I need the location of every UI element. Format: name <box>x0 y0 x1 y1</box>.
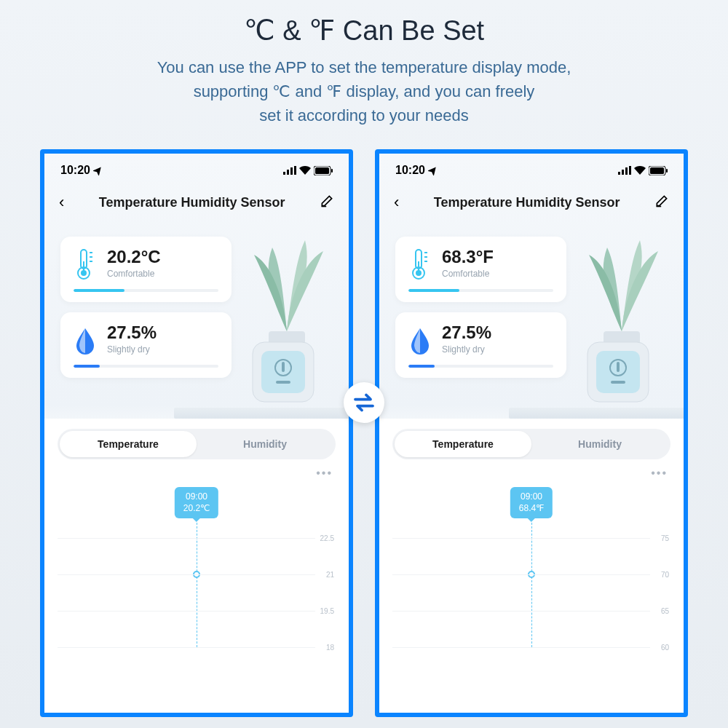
page-subtitle: You can use the APP to set the temperatu… <box>44 55 684 127</box>
phone-screenshot-fahrenheit: 10:20 ‹ Temperature Humidity Sensor <box>375 149 688 717</box>
svg-rect-17 <box>83 261 84 272</box>
temperature-bar <box>74 289 124 292</box>
chart-gridline <box>58 647 315 648</box>
battery-icon <box>649 166 668 175</box>
temperature-chart[interactable]: 09:00 68.4℉ 75 70 65 60 <box>392 487 670 647</box>
status-time: 10:20 <box>60 164 90 177</box>
chart-y-tick: 70 <box>661 571 669 579</box>
humidity-card[interactable]: 27.5% Slightly dry <box>395 312 566 378</box>
chart-gridline <box>58 611 315 612</box>
chart-y-tick: 22.5 <box>320 534 334 542</box>
more-menu[interactable]: ••• <box>392 459 670 484</box>
chart-y-tick: 65 <box>661 607 669 615</box>
device-illustration <box>247 339 320 408</box>
humidity-status: Slightly dry <box>442 344 553 355</box>
chart-gridline <box>58 574 315 575</box>
signal-icon <box>283 166 296 175</box>
temperature-card[interactable]: 68.3°F Comfortable <box>395 237 566 302</box>
status-bar: 10:20 <box>44 154 349 183</box>
temperature-value: 68.3°F <box>442 247 553 267</box>
tooltip-value: 68.4℉ <box>519 503 544 515</box>
humidity-bar <box>74 365 100 368</box>
tooltip-time: 09:00 <box>183 491 210 503</box>
svg-rect-26 <box>650 167 664 174</box>
temperature-value: 20.2°C <box>107 247 218 267</box>
svg-rect-24 <box>629 166 631 175</box>
svg-rect-0 <box>283 172 285 175</box>
tab-humidity[interactable]: Humidity <box>531 431 668 457</box>
temperature-bar <box>408 289 459 292</box>
svg-rect-38 <box>418 261 419 272</box>
humidity-value: 27.5% <box>442 323 553 343</box>
chart-tooltip: 09:00 20.2℃ <box>175 487 218 518</box>
chart-gridline <box>392 611 650 612</box>
chart-y-tick: 19.5 <box>320 607 334 615</box>
tab-humidity[interactable]: Humidity <box>197 431 333 457</box>
page-title: ℃ & ℉ Can Be Set <box>44 15 684 47</box>
status-indicators <box>618 166 668 175</box>
signal-icon <box>618 166 631 175</box>
svg-rect-22 <box>622 170 624 175</box>
svg-rect-12 <box>282 362 285 372</box>
shelf-illustration <box>509 408 684 419</box>
svg-rect-27 <box>666 169 668 173</box>
humidity-card[interactable]: 27.5% Slightly dry <box>60 312 232 378</box>
temperature-status: Comfortable <box>442 269 553 279</box>
humidity-bar <box>408 365 435 368</box>
chart-gridline <box>392 538 650 539</box>
tab-temperature[interactable]: Temperature <box>60 431 197 457</box>
swap-icon <box>344 382 384 423</box>
svg-rect-6 <box>331 169 333 173</box>
battery-icon <box>314 166 333 175</box>
chart-y-tick: 21 <box>326 571 334 579</box>
temperature-chart[interactable]: 09:00 20.2℃ 22.5 21 19.5 18 <box>58 487 336 647</box>
device-illustration <box>582 339 654 408</box>
tooltip-time: 09:00 <box>519 491 544 503</box>
back-button[interactable]: ‹ <box>59 193 64 212</box>
status-time: 10:20 <box>395 164 425 177</box>
chart-y-tick: 60 <box>661 644 669 652</box>
tooltip-value: 20.2℃ <box>183 503 210 515</box>
location-icon <box>428 165 438 175</box>
svg-rect-13 <box>276 381 290 384</box>
svg-rect-34 <box>611 381 625 384</box>
svg-rect-3 <box>294 166 296 175</box>
svg-rect-1 <box>287 170 289 175</box>
droplet-icon <box>408 323 432 357</box>
back-button[interactable]: ‹ <box>394 193 399 212</box>
thermometer-icon <box>408 247 432 282</box>
wifi-icon <box>299 166 311 175</box>
chart-tooltip: 09:00 68.4℉ <box>510 487 553 518</box>
chart-gridline <box>58 538 315 539</box>
chart-tabs: Temperature Humidity <box>58 429 336 459</box>
thermometer-icon <box>74 247 97 282</box>
chart-y-tick: 18 <box>326 644 334 652</box>
status-indicators <box>283 166 333 175</box>
screen-title: Temperature Humidity Sensor <box>64 195 320 210</box>
temperature-status: Comfortable <box>107 269 218 279</box>
status-bar: 10:20 <box>379 154 684 183</box>
svg-rect-33 <box>617 362 620 372</box>
edit-button[interactable] <box>654 194 669 211</box>
chart-tabs: Temperature Humidity <box>392 429 670 459</box>
shelf-illustration <box>174 408 349 419</box>
chart-gridline <box>392 574 650 575</box>
chart-y-tick: 75 <box>661 534 669 542</box>
temperature-card[interactable]: 20.2°C Comfortable <box>60 237 232 302</box>
humidity-value: 27.5% <box>107 323 218 343</box>
location-icon <box>93 165 103 175</box>
subtitle-line: supporting ℃ and ℉ display, and you can … <box>194 82 535 100</box>
screen-title: Temperature Humidity Sensor <box>399 195 654 210</box>
phone-screenshot-celsius: 10:20 ‹ Temperature Humidity Sensor <box>40 149 353 717</box>
tab-temperature[interactable]: Temperature <box>395 431 531 457</box>
subtitle-line: You can use the APP to set the temperatu… <box>157 58 571 76</box>
edit-button[interactable] <box>320 194 334 211</box>
svg-rect-2 <box>290 167 293 175</box>
droplet-icon <box>74 323 97 357</box>
humidity-status: Slightly dry <box>107 344 218 355</box>
svg-rect-23 <box>625 167 628 175</box>
chart-gridline <box>392 647 650 648</box>
more-menu[interactable]: ••• <box>58 459 336 484</box>
svg-rect-5 <box>315 167 329 174</box>
subtitle-line: set it according to your needs <box>259 106 468 124</box>
